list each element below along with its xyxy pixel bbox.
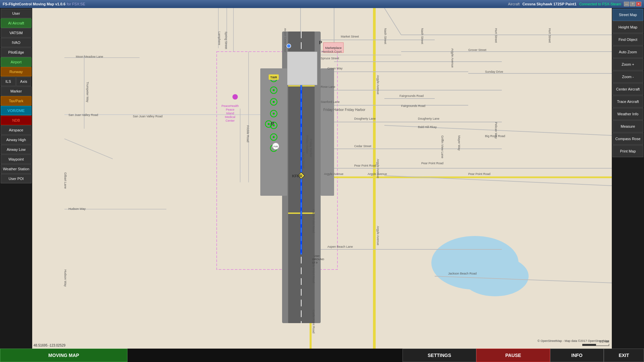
sidebar-btn-user[interactable]: User [1,9,32,18]
sidebar-btn-pilotedge[interactable]: PilotEdge [1,48,32,57]
settings-button[interactable]: SETTINGS [402,349,476,362]
svg-point-79 [287,44,291,48]
svg-text:San Juan Valley Road: San Juan Valley Road [133,115,162,118]
svg-text:P: P [271,121,274,126]
sidebar-btn-vatsim[interactable]: VATSIM [1,28,32,38]
svg-point-54 [273,113,275,115]
sidebar-btn-runway[interactable]: Runway [1,67,32,76]
sidebar-btn-marker[interactable]: Marker [1,86,32,96]
sidebar-btn-tax-park[interactable]: Tax/Park [1,96,32,106]
svg-point-52 [273,101,275,103]
map-area[interactable]: TWR KFHR FIR P P PeaceHealth Peace Islan… [32,8,612,349]
sidebar-btn-airport[interactable]: Airport [1,57,32,67]
bottom-bar: MOVING MAP SETTINGS PAUSE INFO EXIT [0,349,644,362]
sidebar-btn-waypoint[interactable]: Waypoint [1,155,32,164]
info-button[interactable]: INFO [550,349,604,362]
sidebar-btn-airspace[interactable]: Airspace [1,125,32,135]
sidebar-btn-ils[interactable]: ILS [1,77,16,86]
svg-text:Pear Point Road: Pear Point Road [421,162,443,165]
sidebar-btn-axis[interactable]: Axis [16,77,31,86]
svg-text:Pear Point Road: Pear Point Road [468,172,490,176]
titlebar-right: Aircraft Cessna Skyhawk 172SP Paint1 Con… [508,2,641,6]
svg-text:Mayer Way: Mayer Way [458,135,461,151]
svg-text:Sunday Drive: Sunday Drive [485,70,503,73]
app-name: FS-FlightControl Moving Map v1.0.6 [3,2,65,6]
coord-text: 48.51695 -123.02529 [34,344,65,347]
svg-text:Airport Center Road: Airport Center Road [284,28,287,52]
right-sidebar: Street Map Height Map Find Object Auto Z… [612,8,644,349]
svg-text:Rose Lane: Rose Lane [321,85,335,88]
svg-text:Hurt Street: Hurt Street [548,28,551,43]
coordinates-display: 48.51695 -123.02529 [34,344,65,347]
sidebar-btn-airway-low[interactable]: Airway Low [1,145,32,154]
connected-label: Connected to FSX-Steam [579,2,621,6]
right-btn-print-map[interactable]: Print Map [612,145,643,157]
titlebar-left: FS-FlightControl Moving Map v1.0.6 for F… [3,2,85,6]
svg-text:Gilbart Lane: Gilbart Lane [64,172,67,189]
svg-text:Medical: Medical [225,115,235,119]
sidebar-btn-airway-high[interactable]: Airway High [1,135,32,144]
right-btn-height-map[interactable]: Height Map [612,21,643,33]
svg-text:Fairgrounds Road: Fairgrounds Road [401,104,425,108]
titlebar: FS-FlightControl Moving Map v1.0.6 for F… [0,0,644,8]
svg-text:Cattle Point Road: Cattle Point Road [312,310,315,334]
sidebar-btn-user-poi[interactable]: User POI [1,174,32,183]
right-btn-trace-aircraft[interactable]: Trace Aircraft [612,96,643,108]
svg-text:Maris Street: Maris Street [302,152,305,169]
svg-text:Dougherty Lane: Dougherty Lane [418,117,439,120]
sidebar-btn-weather-station[interactable]: Weather Station [1,164,32,174]
sidebar-btn-ai-aircraft[interactable]: AI Aircraft [1,18,32,28]
svg-text:Griffin View Lane: Griffin View Lane [441,135,444,158]
svg-rect-44 [287,52,317,85]
svg-text:Marketplace: Marketplace [325,46,341,50]
svg-text:Pear Point Road: Pear Point Road [354,164,376,167]
pause-button[interactable]: PAUSE [476,349,550,362]
right-btn-weather-info[interactable]: Weather Info [612,108,643,120]
svg-text:Spring Street: Spring Street [224,32,228,49]
svg-point-50 [273,89,275,91]
svg-text:Friday Harbor: Friday Harbor [306,135,309,154]
minimize-button[interactable]: — [624,2,629,6]
svg-rect-42 [260,68,287,196]
svg-text:Hurt Street: Hurt Street [494,28,498,43]
svg-text:Grover Street: Grover Street [468,48,487,52]
right-btn-street-map[interactable]: Street Map [612,9,643,21]
right-btn-auto-zoom[interactable]: Auto Zoom [612,46,643,58]
sidebar-btn-ndb[interactable]: NDB [1,116,32,125]
right-btn-zoom-in[interactable]: Zoom + [612,58,643,70]
svg-text:Cattle Point Road: Cattle Point Road [312,259,315,283]
svg-text:Green Way: Green Way [327,67,343,70]
svg-text:Hemlock Court: Hemlock Court [322,50,342,53]
help-button[interactable]: ? [630,2,635,6]
close-button[interactable]: ✕ [636,2,641,6]
right-btn-center-aircraft[interactable]: Center Aircraft [612,83,643,95]
svg-text:Nash Street: Nash Street [384,28,387,44]
right-btn-find-object[interactable]: Find Object [612,34,643,46]
right-btn-compass-rose[interactable]: Compass Rose [612,133,643,145]
svg-text:User: User [314,254,320,257]
ils-axis-row: ILS Axis [1,77,32,86]
svg-text:Bald Hill Rkay: Bald Hill Rkay [418,125,437,129]
right-btn-zoom-out[interactable]: Zoom - [612,71,643,83]
svg-text:Frickle Road: Frickle Road [246,125,250,142]
svg-text:Peace: Peace [226,108,234,111]
svg-point-62 [268,123,270,125]
sim-name: for FSX:SE [67,2,85,6]
svg-text:Island: Island [226,112,234,115]
svg-text:Hudson Way: Hudson Way [68,207,86,210]
moving-map-button[interactable]: MOVING MAP [0,349,127,362]
exit-button[interactable]: EXIT [604,349,644,362]
aircraft-name: Cessna Skyhawk 172SP Paint1 [522,2,576,6]
sidebar-btn-ivao[interactable]: IVAO [1,38,32,47]
svg-point-71 [232,94,238,100]
svg-text:Aspen Beach Lane: Aspen Beach Lane [327,245,353,248]
svg-text:Lamphere: Lamphere [218,32,221,45]
svg-text:Argyle Avenue: Argyle Avenue [376,75,380,95]
right-btn-measure[interactable]: Measure [612,120,643,132]
svg-text:San Juan Valley Road: San Juan Valley Road [68,113,98,117]
aircraft-label: Aircraft [508,2,520,6]
svg-text:Cedar Street: Cedar Street [354,144,372,148]
scale-line [582,344,609,346]
sidebar-btn-vor-dme[interactable]: VOR/DME [1,106,32,115]
svg-text:Argyle Avenue: Argyle Avenue [376,159,380,178]
